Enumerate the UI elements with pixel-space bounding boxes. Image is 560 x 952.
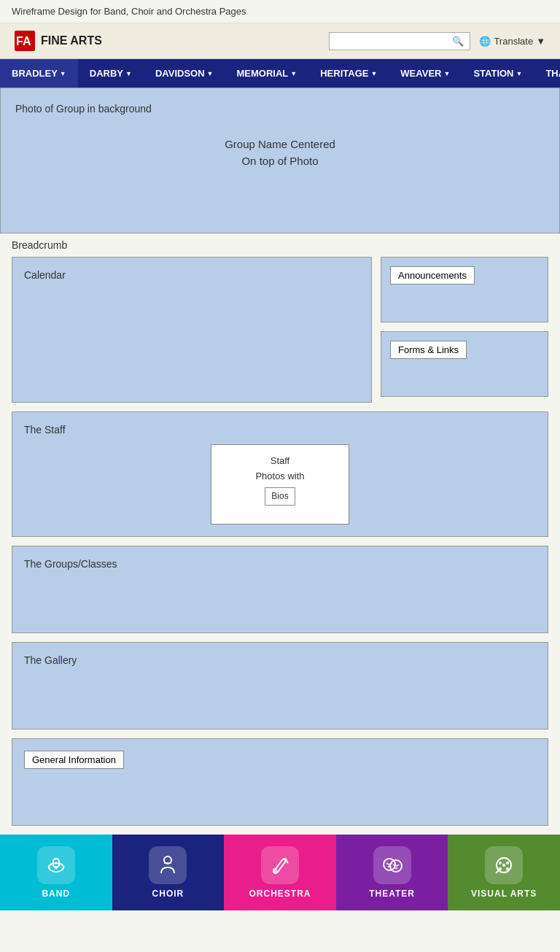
theater-label: THEATER xyxy=(369,889,415,899)
chevron-down-icon: ▼ xyxy=(207,70,214,77)
announcements-label: Announcements xyxy=(390,266,475,285)
staff-card: Staff Photos with Bios xyxy=(211,444,349,525)
band-icon-circle xyxy=(37,846,75,884)
chevron-down-icon: ▼ xyxy=(290,70,297,77)
svg-text:FA: FA xyxy=(16,35,31,47)
footer-item-visual-arts[interactable]: VISUAL ARTS xyxy=(448,835,560,910)
nav-item-tharp[interactable]: THARP ▼ xyxy=(534,59,560,88)
chevron-down-icon: ▼ xyxy=(370,70,377,77)
nav-item-davidson[interactable]: DAVIDSON ▼ xyxy=(144,59,225,88)
globe-icon: 🌐 xyxy=(479,36,491,47)
main-content: Calendar Announcements Forms & Links The… xyxy=(0,257,560,826)
nav-item-station[interactable]: STATION ▼ xyxy=(462,59,534,88)
gallery-section: The Gallery xyxy=(12,642,548,730)
nav-label-memorial: MEMORIAL xyxy=(237,68,289,79)
svg-point-6 xyxy=(55,866,58,869)
staff-title: The Staff xyxy=(24,424,536,436)
svg-point-10 xyxy=(273,868,277,872)
footer-item-theater[interactable]: THEATER xyxy=(336,835,448,910)
hero-line1: Group Name Centered xyxy=(15,136,545,153)
footer-item-choir[interactable]: CHOIR xyxy=(112,835,225,910)
footer-item-band[interactable]: BAND xyxy=(0,835,112,910)
groups-section: The Groups/Classes xyxy=(12,546,548,633)
nav-label-bradley: BRADLEY xyxy=(12,68,58,79)
orchestra-icon-circle xyxy=(261,846,299,884)
search-button[interactable]: 🔍 xyxy=(452,36,464,47)
staff-card-line1: Staff xyxy=(220,454,340,469)
hero-bg-text: Photo of Group in background xyxy=(15,103,545,115)
theater-icon xyxy=(380,853,405,878)
header: FA FINE ARTS 🔍 🌐 Translate ▼ xyxy=(0,23,560,59)
translate-chevron: ▼ xyxy=(536,36,545,47)
translate-button[interactable]: 🌐 Translate ▼ xyxy=(479,36,545,47)
hero-section: Photo of Group in background Group Name … xyxy=(0,88,560,233)
band-icon xyxy=(44,853,69,878)
gallery-title: The Gallery xyxy=(24,654,536,666)
staff-section: The Staff Staff Photos with Bios xyxy=(12,411,548,537)
nav-label-davidson: DAVIDSON xyxy=(155,68,205,79)
hero-line2: On top of Photo xyxy=(15,153,545,170)
nav-label-darby: DARBY xyxy=(90,68,123,79)
svg-point-16 xyxy=(499,867,502,870)
theater-icon-circle xyxy=(373,846,411,884)
forms-box: Forms & Links xyxy=(381,331,548,397)
nav-label-weaver: WEAVER xyxy=(400,68,441,79)
svg-point-15 xyxy=(506,862,509,864)
logo: FA FINE ARTS xyxy=(15,31,102,51)
svg-point-18 xyxy=(502,864,505,867)
visual-arts-label: VISUAL ARTS xyxy=(471,889,537,899)
chevron-down-icon: ▼ xyxy=(516,70,523,77)
announcements-box: Announcements xyxy=(381,257,548,322)
groups-title: The Groups/Classes xyxy=(24,558,536,570)
top-bar: Wireframe Design for Band, Choir and Orc… xyxy=(0,0,560,23)
choir-icon xyxy=(155,853,180,878)
staff-card-bio: Bios xyxy=(265,487,295,506)
nav-item-weaver[interactable]: WEAVER ▼ xyxy=(389,59,462,88)
main-nav: BRADLEY ▼ DARBY ▼ DAVIDSON ▼ MEMORIAL ▼ … xyxy=(0,59,560,88)
search-box[interactable]: 🔍 xyxy=(329,32,470,50)
nav-label-heritage: HERITAGE xyxy=(320,68,368,79)
band-label: BAND xyxy=(42,889,70,899)
hero-center-text: Group Name Centered On top of Photo xyxy=(15,136,545,169)
calendar-label: Calendar xyxy=(24,269,66,281)
nav-item-memorial[interactable]: MEMORIAL ▼ xyxy=(225,59,309,88)
choir-label: CHOIR xyxy=(152,889,184,899)
visual-arts-icon xyxy=(491,853,516,878)
general-info-section: General Information xyxy=(12,738,548,826)
orchestra-icon xyxy=(268,853,292,878)
staff-card-line2: Photos with xyxy=(220,469,340,484)
search-input[interactable] xyxy=(335,36,452,47)
choir-icon-circle xyxy=(149,846,187,884)
right-boxes: Announcements Forms & Links xyxy=(381,257,548,403)
visual-arts-icon-circle xyxy=(485,846,523,884)
chevron-down-icon: ▼ xyxy=(60,70,66,77)
top-bar-title: Wireframe Design for Band, Choir and Orc… xyxy=(12,6,246,17)
header-right: 🔍 🌐 Translate ▼ xyxy=(329,32,545,50)
chevron-down-icon: ▼ xyxy=(125,70,132,77)
nav-item-darby[interactable]: DARBY ▼ xyxy=(78,59,144,88)
logo-icon: FA xyxy=(15,31,35,51)
calendar-row: Calendar Announcements Forms & Links xyxy=(12,257,548,403)
nav-item-heritage[interactable]: HERITAGE ▼ xyxy=(308,59,389,88)
translate-label: Translate xyxy=(494,36,533,47)
forms-label: Forms & Links xyxy=(390,341,467,359)
breadcrumb-text: Breadcrumb xyxy=(12,239,67,251)
nav-item-bradley[interactable]: BRADLEY ▼ xyxy=(0,59,78,88)
logo-text: FINE ARTS xyxy=(41,34,102,47)
svg-point-17 xyxy=(506,867,509,870)
footer: BAND CHOIR ORCHESTRA xyxy=(0,835,560,910)
chevron-down-icon: ▼ xyxy=(443,70,450,77)
nav-label-station: STATION xyxy=(473,68,513,79)
calendar-box: Calendar xyxy=(12,257,372,403)
nav-label-tharp: THARP xyxy=(545,68,560,79)
general-info-label: General Information xyxy=(24,751,124,769)
footer-item-orchestra[interactable]: ORCHESTRA xyxy=(224,835,336,910)
svg-point-14 xyxy=(499,862,502,864)
breadcrumb: Breadcrumb xyxy=(0,233,560,257)
orchestra-label: ORCHESTRA xyxy=(249,889,311,899)
